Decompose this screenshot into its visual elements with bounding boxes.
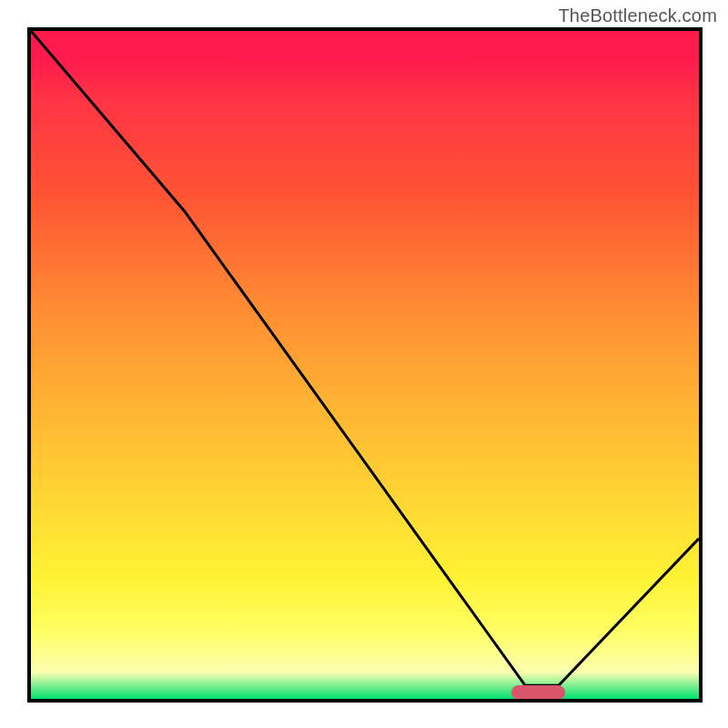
bottleneck-chart: TheBottleneck.com: [0, 0, 728, 728]
bottleneck-curve: [31, 31, 699, 699]
plot-area: [27, 27, 703, 703]
curve-path: [31, 31, 699, 685]
optimum-marker: [511, 685, 565, 700]
attribution-label: TheBottleneck.com: [558, 5, 717, 26]
